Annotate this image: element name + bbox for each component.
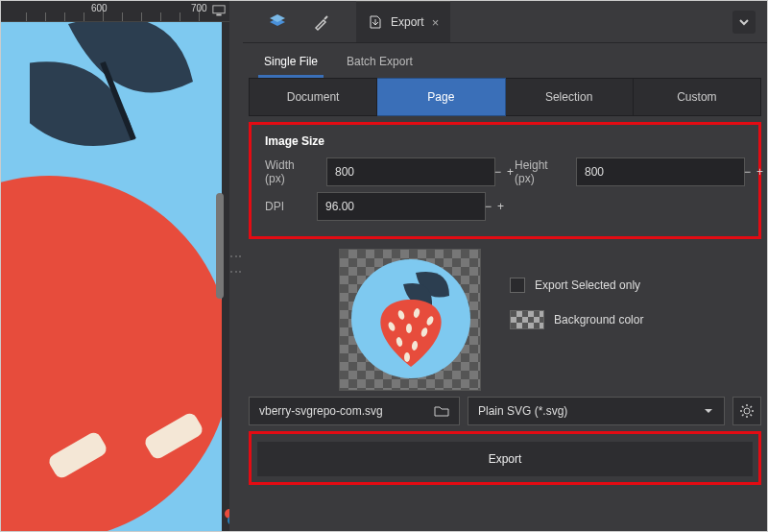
height-minus[interactable]: −: [744, 165, 751, 179]
width-plus[interactable]: +: [507, 165, 514, 179]
svg-rect-1: [216, 14, 221, 16]
height-plus[interactable]: +: [756, 165, 763, 179]
dpi-input[interactable]: −+: [317, 192, 486, 221]
folder-icon[interactable]: [434, 404, 449, 418]
scope-tabs: Document Page Selection Custom: [249, 78, 761, 116]
export-button[interactable]: Export: [257, 442, 753, 476]
export-panel: Export × Single File Batch Export Docume…: [243, 1, 767, 531]
scope-custom[interactable]: Custom: [634, 78, 761, 116]
format-text: Plain SVG (*.svg): [478, 404, 567, 418]
settings-button[interactable]: [732, 397, 761, 425]
layers-icon[interactable]: [268, 12, 287, 32]
panel-top-tabs: Export ×: [243, 1, 767, 43]
dpi-minus[interactable]: −: [485, 200, 492, 213]
format-select[interactable]: Plain SVG (*.svg): [468, 397, 725, 425]
color-circles-icon: [222, 506, 229, 527]
svg-point-13: [404, 352, 410, 362]
dpi-plus[interactable]: +: [497, 200, 504, 213]
canvas-area[interactable]: 600 700: [1, 1, 229, 531]
export-selected-row[interactable]: Export Selected only: [510, 278, 643, 293]
background-color-row[interactable]: Background color: [510, 310, 643, 329]
scope-document[interactable]: Document: [249, 78, 377, 116]
ruler-tick-600: 600: [91, 3, 108, 13]
width-label: Width (px): [265, 158, 307, 186]
display-icon: [212, 5, 226, 16]
image-size-section: Image Size Width (px) −+ Height (px) −+ …: [252, 125, 758, 236]
svg-point-14: [744, 408, 750, 414]
background-color-swatch[interactable]: [510, 310, 544, 329]
ruler-tick-700: 700: [191, 3, 207, 13]
vertical-scrollbar[interactable]: [216, 193, 224, 299]
svg-line-21: [742, 415, 744, 417]
tab-export[interactable]: Export ×: [356, 1, 450, 42]
export-selected-checkbox[interactable]: [510, 278, 525, 293]
dpi-field[interactable]: [318, 200, 477, 213]
svg-line-22: [751, 406, 753, 408]
close-icon[interactable]: ×: [432, 15, 440, 30]
export-selected-label: Export Selected only: [535, 278, 640, 292]
svg-point-2: [225, 509, 229, 519]
background-color-label: Background color: [554, 313, 643, 326]
height-field[interactable]: [577, 165, 736, 179]
mode-tabs: Single File Batch Export: [243, 43, 767, 78]
height-input[interactable]: −+: [576, 157, 745, 186]
tab-export-label: Export: [391, 15, 424, 29]
preview-thumbnail: [339, 249, 481, 391]
width-field[interactable]: [327, 165, 487, 179]
svg-line-19: [742, 406, 744, 408]
dropdown-caret-icon: [703, 405, 714, 417]
tab-single-file[interactable]: Single File: [258, 47, 324, 78]
svg-point-9: [406, 324, 412, 333]
scope-selection[interactable]: Selection: [506, 78, 634, 116]
dpi-label: DPI: [265, 200, 307, 213]
artboard[interactable]: [1, 22, 222, 531]
filename-box[interactable]: vberry-svgrepo-com.svg: [249, 397, 460, 425]
filename-text: vberry-svgrepo-com.svg: [259, 404, 383, 418]
svg-rect-0: [213, 6, 225, 13]
brush-icon[interactable]: [312, 12, 331, 32]
ruler-horizontal: 600 700: [1, 1, 229, 22]
chevron-down-icon[interactable]: [732, 11, 756, 34]
width-input[interactable]: −+: [326, 157, 495, 186]
panel-resize-grip[interactable]: ⋮⋮: [229, 1, 243, 531]
image-size-heading: Image Size: [265, 134, 745, 148]
height-label: Height (px): [515, 158, 557, 186]
tab-batch-export[interactable]: Batch Export: [341, 47, 419, 78]
width-minus[interactable]: −: [494, 165, 501, 179]
scope-page[interactable]: Page: [377, 78, 505, 116]
svg-line-20: [751, 415, 753, 417]
